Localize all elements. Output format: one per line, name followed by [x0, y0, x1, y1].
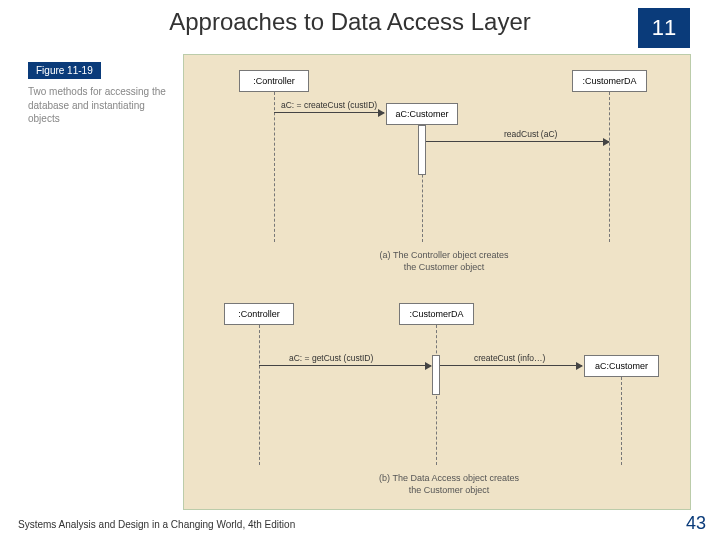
- dashed-lifeline: [274, 92, 275, 242]
- footer-book-title: Systems Analysis and Design in a Changin…: [18, 519, 295, 530]
- activation-bar: [432, 355, 440, 395]
- lifeline-customer-b: aC:Customer: [584, 355, 659, 377]
- lifeline-customerda-a: :CustomerDA: [572, 70, 647, 92]
- message-arrow: [259, 365, 431, 366]
- lifeline-customerda-b: :CustomerDA: [399, 303, 474, 325]
- figure-label-box: Figure 11-19 Two methods for accessing t…: [28, 60, 173, 126]
- message-label-create-cust-a: aC: = createCust (custID): [281, 100, 377, 110]
- sequence-diagram-canvas: :Controller aC:Customer :CustomerDA aC: …: [183, 54, 691, 510]
- message-arrow: [274, 112, 384, 113]
- message-label-create-cust-b: createCust (info…): [474, 353, 545, 363]
- diagram-caption-b: (b) The Data Access object creates the C…: [359, 473, 539, 496]
- dashed-lifeline: [436, 325, 437, 465]
- figure-number-tag: Figure 11-19: [28, 62, 101, 79]
- dashed-lifeline: [621, 377, 622, 465]
- diagram-caption-a: (a) The Controller object creates the Cu…: [359, 250, 529, 273]
- dashed-lifeline: [259, 325, 260, 465]
- footer-slide-number: 43: [686, 513, 706, 534]
- lifeline-controller-a: :Controller: [239, 70, 309, 92]
- message-arrow: [440, 365, 582, 366]
- message-label-get-cust: aC: = getCust (custID): [289, 353, 373, 363]
- message-label-read-cust: readCust (aC): [504, 129, 557, 139]
- dashed-lifeline: [609, 92, 610, 242]
- lifeline-customer-a: aC:Customer: [386, 103, 458, 125]
- message-arrow: [426, 141, 609, 142]
- slide-title: Approaches to Data Access Layer: [80, 8, 620, 36]
- title-row: Approaches to Data Access Layer 11: [0, 8, 720, 48]
- lifeline-controller-b: :Controller: [224, 303, 294, 325]
- activation-bar: [418, 125, 426, 175]
- figure-caption: Two methods for accessing the database a…: [28, 85, 173, 126]
- chapter-badge: 11: [638, 8, 690, 48]
